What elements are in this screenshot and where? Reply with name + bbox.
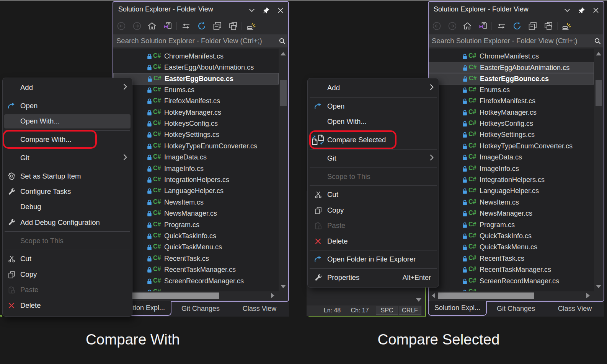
tree-item-eastereggbounce-cs[interactable]: C#EasterEggBounce.cs [429, 73, 594, 84]
scroll-up-arrow[interactable] [281, 52, 286, 55]
tree-item-quicktaskmenu-cs[interactable]: C#QuickTaskMenu.cs [113, 242, 279, 253]
tree-item-languagehelper-cs[interactable]: C#LanguageHelper.cs [113, 185, 279, 197]
tree-item-newsitem-cs[interactable]: C#NewsItem.cs [113, 197, 279, 208]
tree-item-quicktaskinfo-cs[interactable]: C#QuickTaskInfo.cs [113, 231, 279, 242]
search-input[interactable] [116, 34, 269, 47]
tree-item-program-cs[interactable]: C#Program.cs [113, 219, 279, 231]
tree-item-eastereggaboutanimation-cs[interactable]: C#EasterEggAboutAnimation.cs [113, 62, 279, 73]
back-button[interactable] [431, 21, 442, 31]
tree-item-eastereggbounce-cs[interactable]: C#EasterEggBounce.cs [113, 73, 279, 84]
menu-item-git[interactable]: Git [3, 150, 132, 166]
tree-item-quicktaskmenu-cs[interactable]: C#QuickTaskMenu.cs [429, 242, 594, 253]
tree-item-partial[interactable]: C# [113, 287, 279, 291]
close-button[interactable] [592, 6, 600, 14]
tree-item-hotkeysettings-cs[interactable]: C#HotkeySettings.cs [113, 129, 279, 140]
tree-item-eastereggaboutanimation-cs[interactable]: C#EasterEggAboutAnimation.cs [429, 62, 594, 73]
vertical-scrollbar[interactable] [279, 49, 288, 300]
home-button[interactable] [462, 21, 473, 31]
menu-item-copy[interactable]: Copy [308, 203, 439, 218]
forward-button[interactable] [132, 21, 142, 31]
pin-button[interactable] [262, 6, 271, 14]
home-button[interactable] [147, 21, 157, 31]
tab-git-changes[interactable]: Git Changes [497, 302, 535, 315]
tree-item-program-cs[interactable]: C#Program.cs [429, 219, 594, 231]
pin-button[interactable] [578, 6, 586, 14]
tree-item-hotkeymanager-cs[interactable]: C#HotkeyManager.cs [429, 107, 594, 118]
track-active-item-button[interactable] [561, 21, 572, 31]
tree-item-integrationhelpers-cs[interactable]: C#IntegrationHelpers.cs [429, 174, 594, 185]
tree-item-imagedata-cs[interactable]: C#ImageData.cs [113, 152, 279, 163]
menu-item-delete[interactable]: Delete [3, 297, 132, 313]
tree-item-hotkeysconfig-cs[interactable]: C#HotkeysConfig.cs [429, 118, 594, 129]
scroll-up-arrow[interactable] [596, 52, 601, 55]
tree-item-enums-cs[interactable]: C#Enums.cs [429, 84, 594, 96]
tree-item-firefoxmanifest-cs[interactable]: C#FirefoxManifest.cs [429, 96, 594, 107]
horizontal-scrollbar[interactable] [113, 291, 279, 300]
tree-item-partial[interactable]: C# [429, 287, 594, 291]
window-position-button[interactable] [248, 6, 256, 14]
tree-item-recenttask-cs[interactable]: C#RecentTask.cs [429, 253, 594, 264]
show-all-files-button[interactable] [228, 21, 238, 31]
menu-item-paste[interactable]: Paste [308, 218, 439, 233]
tree-item-hotkeymanager-cs[interactable]: C#HotkeyManager.cs [113, 107, 279, 118]
menu-item-open[interactable]: Open [308, 99, 439, 114]
tree-item-imageinfo-cs[interactable]: C#ImageInfo.cs [113, 163, 279, 174]
menu-item-open-with-[interactable]: Open With... [308, 114, 439, 129]
status-line-ending[interactable]: CRLF [399, 306, 421, 315]
show-all-files-button[interactable] [543, 21, 554, 31]
window-position-button[interactable] [563, 6, 571, 14]
menu-item-cut[interactable]: Cut [3, 251, 132, 266]
menu-item-paste[interactable]: Paste [3, 282, 132, 297]
sync-active-document-button[interactable] [478, 21, 488, 31]
menu-item-open-with-[interactable]: Open With... [3, 114, 132, 129]
menu-item-copy[interactable]: Copy [3, 267, 132, 282]
sync-active-document-button[interactable] [162, 21, 173, 31]
vertical-scrollbar-thumb[interactable] [280, 80, 287, 106]
tree-item-languagehelper-cs[interactable]: C#LanguageHelper.cs [429, 185, 594, 197]
tree-item-firefoxmanifest-cs[interactable]: C#FirefoxManifest.cs [113, 96, 279, 107]
tree-item-hotkeysettings-cs[interactable]: C#HotkeySettings.cs [429, 129, 594, 140]
tree-item-imagedata-cs[interactable]: C#ImageData.cs [429, 152, 594, 163]
vertical-scrollbar[interactable] [594, 49, 604, 300]
horizontal-scrollbar-thumb[interactable] [438, 292, 534, 299]
tree-item-newsmanager-cs[interactable]: C#NewsManager.cs [113, 208, 279, 219]
tree-item-imageinfo-cs[interactable]: C#ImageInfo.cs [429, 163, 594, 174]
close-button[interactable] [276, 6, 285, 14]
menu-item-set-as-startup-item[interactable]: Set as Startup Item [3, 168, 132, 184]
menu-item-open[interactable]: Open [3, 98, 132, 114]
tree-item-hotkeytypeenumconverter-cs[interactable]: C#HotkeyTypeEnumConverter.cs [429, 141, 594, 152]
menu-item-properties[interactable]: PropertiesAlt+Enter [308, 270, 439, 285]
tab-class-view[interactable]: Class View [558, 302, 592, 315]
menu-item-scope-to-this[interactable]: Scope to This [3, 233, 132, 248]
menu-item-add[interactable]: Add [3, 80, 132, 95]
menu-item-delete[interactable]: Delete [308, 233, 439, 249]
tree-item-recenttaskmanager-cs[interactable]: C#RecentTaskManager.cs [429, 264, 594, 275]
horizontal-scrollbar-thumb[interactable] [132, 292, 219, 299]
scroll-left-arrow[interactable] [432, 293, 435, 298]
tree-item-newsitem-cs[interactable]: C#NewsItem.cs [429, 197, 594, 208]
tree-item-chromemanifest-cs[interactable]: C#ChromeManifest.cs [429, 51, 594, 62]
scroll-right-arrow[interactable] [271, 293, 274, 298]
forward-button[interactable] [447, 21, 458, 31]
scroll-down-arrow[interactable] [596, 285, 601, 288]
tab-git-changes[interactable]: Git Changes [181, 302, 220, 315]
scroll-down-arrow[interactable] [281, 285, 286, 288]
tab-solution-explorer[interactable]: Solution Expl... [428, 301, 487, 316]
switch-views-button[interactable] [181, 21, 191, 31]
horizontal-scrollbar[interactable] [429, 291, 594, 300]
switch-views-button[interactable] [496, 21, 507, 31]
tree-item-screenrecordmanager-cs[interactable]: C#ScreenRecordManager.cs [429, 276, 594, 287]
tree-item-recenttask-cs[interactable]: C#RecentTask.cs [113, 253, 279, 264]
tab-class-view[interactable]: Class View [243, 302, 277, 315]
scroll-right-arrow[interactable] [586, 293, 590, 298]
menu-item-git[interactable]: Git [308, 151, 439, 166]
tree-item-hotkeytypeenumconverter-cs[interactable]: C#HotkeyTypeEnumConverter.cs [113, 141, 279, 152]
search-input[interactable] [432, 34, 585, 47]
vertical-scrollbar-thumb[interactable] [596, 80, 602, 106]
tree-item-integrationhelpers-cs[interactable]: C#IntegrationHelpers.cs [113, 174, 279, 185]
menu-item-add[interactable]: Add [308, 80, 439, 96]
menu-item-add-debug-configuration[interactable]: Add Debug Configuration [3, 215, 132, 230]
collapse-all-button[interactable] [212, 21, 223, 31]
tree-item-hotkeysconfig-cs[interactable]: C#HotkeysConfig.cs [113, 118, 279, 129]
status-indent-mode[interactable]: SPC [376, 306, 398, 315]
